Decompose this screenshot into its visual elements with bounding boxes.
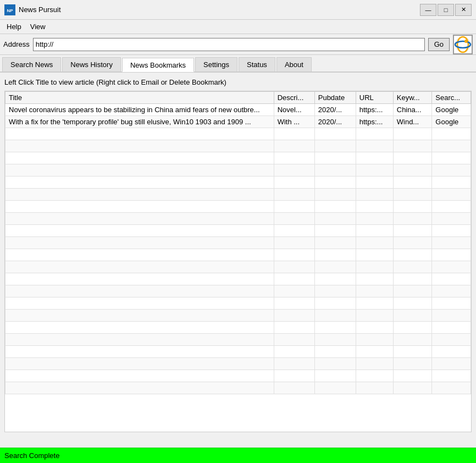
col-url: URL [356,92,393,104]
empty-row [5,225,471,237]
tab-news-bookmarks[interactable]: News Bookmarks [122,58,194,72]
cell-url: https:... [356,104,393,116]
col-title: Title [5,92,274,104]
empty-row [5,140,471,152]
tab-settings[interactable]: Settings [195,57,237,71]
menu-item-view[interactable]: View [26,21,50,32]
menu-item-help[interactable]: Help [2,21,26,32]
svg-text:NP: NP [7,8,13,13]
menu-bar: Help View [0,20,476,34]
empty-row [5,213,471,225]
empty-row [5,152,471,164]
bookmarks-table-container: Title Descri... Pubdate URL Keyw... Sear… [4,91,472,432]
empty-row [5,128,471,140]
tab-bar: Search News News History News Bookmarks … [0,55,476,73]
app-icon: NP [4,4,15,15]
minimize-button[interactable]: — [420,4,436,16]
status-text: Search Complete [4,451,59,460]
status-bar: Search Complete [0,448,476,463]
title-bar: NP News Pursuit — □ ✕ [0,0,476,20]
empty-row [5,189,471,201]
tab-news-history[interactable]: News History [62,57,121,71]
tab-about[interactable]: About [276,57,312,71]
address-input[interactable] [33,38,425,51]
address-bar: Address Go [0,34,476,55]
col-keywords: Keyw... [393,92,432,104]
table-row[interactable]: With a fix for the 'temporary profile' b… [5,116,471,128]
cell-keywords: China... [393,104,432,116]
cell-url: https:... [356,116,393,128]
bookmarks-table: Title Descri... Pubdate URL Keyw... Sear… [5,91,471,394]
cell-search: Google [432,104,471,116]
cell-pubdate: 2020/... [314,116,356,128]
cell-keywords: Wind... [393,116,432,128]
empty-row [5,285,471,297]
window-title: News Pursuit [19,5,420,14]
cell-description: With ... [274,116,314,128]
close-button[interactable]: ✕ [455,4,472,16]
cell-title: With a fix for the 'temporary profile' b… [5,116,274,128]
empty-row [5,249,471,261]
table-header-row: Title Descri... Pubdate URL Keyw... Sear… [5,92,471,104]
col-search: Searc... [432,92,471,104]
address-label: Address [3,40,30,48]
empty-row [5,273,471,285]
empty-row [5,177,471,189]
cell-title: Novel coronavirus appears to be stabiliz… [5,104,274,116]
main-content: Left Click Title to view article (Right … [0,73,476,437]
empty-row [5,310,471,322]
bookmark-hint: Left Click Title to view article (Right … [4,77,472,87]
window-controls: — □ ✕ [420,4,472,16]
svg-point-5 [464,40,468,43]
empty-row [5,322,471,334]
empty-row [5,382,471,394]
col-pubdate: Pubdate [314,92,356,104]
empty-row [5,201,471,213]
empty-row [5,297,471,310]
empty-row [5,237,471,249]
tab-status[interactable]: Status [239,57,275,71]
app-logo [453,35,473,54]
maximize-button[interactable]: □ [438,4,454,16]
go-button[interactable]: Go [428,38,450,51]
empty-row [5,346,471,358]
cell-search: Google [432,116,471,128]
empty-row [5,358,471,370]
tab-search-news[interactable]: Search News [2,57,61,71]
empty-row [5,370,471,382]
col-description: Descri... [274,92,314,104]
empty-row [5,334,471,346]
empty-row [5,164,471,177]
cell-pubdate: 2020/... [314,104,356,116]
empty-row [5,261,471,273]
bottom-spacer [0,437,476,448]
cell-description: Novel... [274,104,314,116]
table-row[interactable]: Novel coronavirus appears to be stabiliz… [5,104,471,116]
